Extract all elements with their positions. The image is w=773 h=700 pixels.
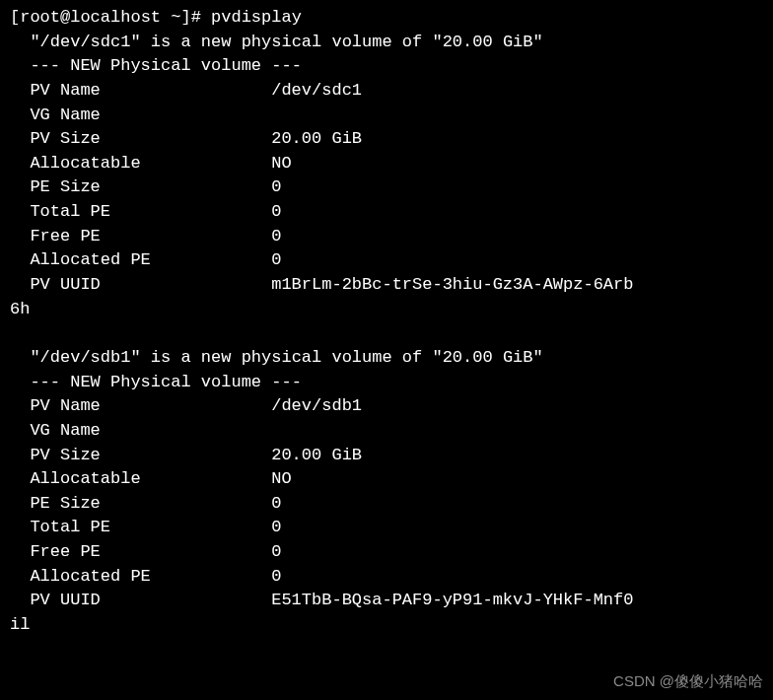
pv-uuid-row: PV UUIDm1BrLm-2bBc-trSe-3hiu-Gz3A-AWpz-6… [10,273,763,298]
vg-name-row: VG Name [10,104,763,128]
pv-size-row: PV Size20.00 GiB [10,444,763,468]
pv-size-label: PV Size [30,444,271,468]
prompt-line[interactable]: [root@localhost ~]# pvdisplay [10,6,763,31]
pv-size-row: PV Size20.00 GiB [10,127,763,152]
pv-name-label: PV Name [30,79,271,104]
pv-intro-mid: is a new physical volume of [141,348,433,367]
vg-name-label: VG Name [30,419,271,444]
pv-intro-device: "/dev/sdb1" [30,348,140,367]
pv-section-header: --- NEW Physical volume --- [10,54,763,79]
allocatable-value: NO [271,154,291,173]
pv-section-header: --- NEW Physical volume --- [10,371,763,395]
allocatable-row: AllocatableNO [10,152,763,176]
pv-size-value: 20.00 GiB [271,129,362,148]
pv-intro-size: "20.00 GiB" [432,348,542,367]
pv-name-label: PV Name [30,394,271,419]
pv-uuid-wrap: il [10,613,763,638]
vg-name-row: VG Name [10,419,763,444]
prompt-host: localhost [70,8,161,27]
allocated-pe-value: 0 [271,250,281,269]
free-pe-label: Free PE [30,540,271,565]
watermark-text: CSDN @傻傻小猪哈哈 [613,670,763,692]
pv-uuid-value: E51TbB-BQsa-PAF9-yP91-mkvJ-YHkF-Mnf0 [271,591,633,609]
prompt-path: ~ [171,8,180,27]
pv-name-value: /dev/sdb1 [271,396,362,415]
pe-size-row: PE Size0 [10,175,763,200]
pe-size-row: PE Size0 [10,492,763,517]
prompt-symbol: # [191,8,201,27]
pv-uuid-value: m1BrLm-2bBc-trSe-3hiu-Gz3A-AWpz-6Arb [271,275,633,294]
pv-intro-line: "/dev/sdb1" is a new physical volume of … [10,346,763,371]
free-pe-label: Free PE [30,225,271,249]
allocated-pe-label: Allocated PE [30,248,271,273]
pe-size-value: 0 [271,494,281,513]
vg-name-label: VG Name [30,104,271,128]
pv-uuid-label: PV UUID [30,273,271,298]
total-pe-row: Total PE0 [10,200,763,225]
free-pe-value: 0 [271,542,281,561]
free-pe-row: Free PE0 [10,225,763,249]
allocated-pe-row: Allocated PE0 [10,248,763,273]
pv-intro-mid: is a new physical volume of [141,33,433,51]
allocatable-label: Allocatable [30,152,271,176]
allocatable-value: NO [271,469,291,488]
allocated-pe-row: Allocated PE0 [10,565,763,590]
allocatable-row: AllocatableNO [10,467,763,492]
command-text: pvdisplay [211,8,302,27]
pv-uuid-label: PV UUID [30,589,271,613]
pv-intro-line: "/dev/sdc1" is a new physical volume of … [10,31,763,55]
total-pe-value: 0 [271,202,281,221]
pv-size-label: PV Size [30,127,271,152]
pv-name-row: PV Name/dev/sdc1 [10,79,763,104]
total-pe-label: Total PE [30,516,271,540]
pv-intro-size: "20.00 GiB" [432,33,542,51]
prompt-user: root [20,8,60,27]
total-pe-label: Total PE [30,200,271,225]
pv-name-row: PV Name/dev/sdb1 [10,394,763,419]
pv-uuid-row: PV UUIDE51TbB-BQsa-PAF9-yP91-mkvJ-YHkF-M… [10,589,763,613]
allocated-pe-label: Allocated PE [30,565,271,590]
pv-name-value: /dev/sdc1 [271,81,362,100]
pv-intro-device: "/dev/sdc1" [30,33,140,51]
pe-size-label: PE Size [30,175,271,200]
blank-line [10,321,763,346]
free-pe-row: Free PE0 [10,540,763,565]
pv-uuid-wrap: 6h [10,298,763,322]
total-pe-row: Total PE0 [10,516,763,540]
free-pe-value: 0 [271,227,281,245]
total-pe-value: 0 [271,518,281,536]
allocatable-label: Allocatable [30,467,271,492]
pe-size-value: 0 [271,177,281,196]
pv-size-value: 20.00 GiB [271,446,362,464]
pe-size-label: PE Size [30,492,271,517]
allocated-pe-value: 0 [271,567,281,586]
